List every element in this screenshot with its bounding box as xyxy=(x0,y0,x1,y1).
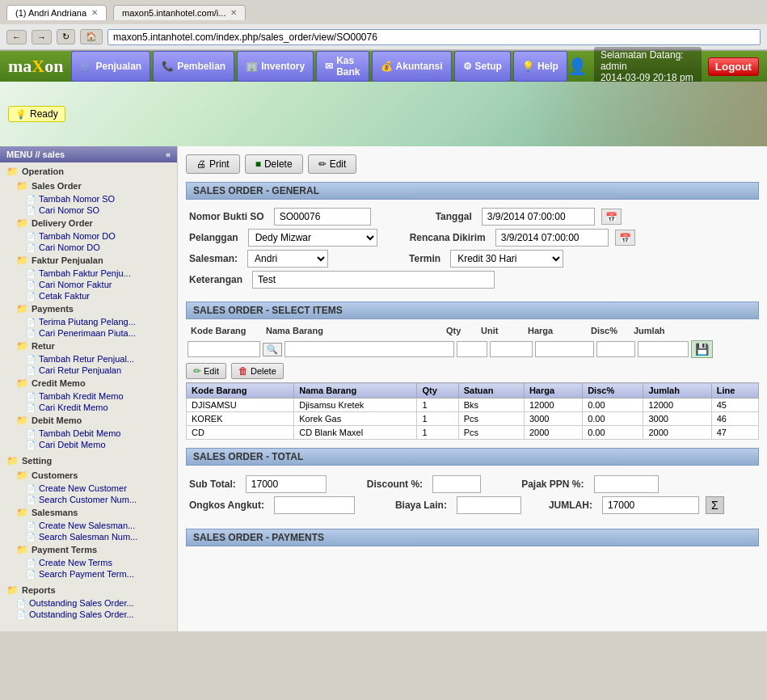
doc-icon-tambah-faktur xyxy=(26,269,36,278)
rencana-calendar-button[interactable] xyxy=(615,230,635,246)
sidebar-subgroup-credit-memo: Credit Memo Tambah Kredit Memo Cari Kred… xyxy=(3,376,174,413)
nama-search-input[interactable] xyxy=(284,341,454,357)
nav-pembelian[interactable]: 📞 Pembelian xyxy=(153,51,234,82)
discount-input[interactable] xyxy=(432,475,481,493)
pajak-input[interactable] xyxy=(594,475,659,493)
sidebar-item-search-salesman[interactable]: Search Salesman Num... xyxy=(23,531,174,542)
biaya-input[interactable] xyxy=(457,496,521,514)
ready-badge: Ready xyxy=(8,106,65,122)
termin-select[interactable]: Kredit 30 Hari xyxy=(450,250,563,268)
edit-button[interactable]: ✏ Edit xyxy=(308,154,357,174)
sidebar-item-cetak-faktur[interactable]: Cetak Faktur xyxy=(23,290,174,302)
sidebar-subgroup-title-retur[interactable]: Retur xyxy=(13,339,174,353)
nav-setup[interactable]: ⚙ Setup xyxy=(454,51,511,82)
keterangan-input[interactable] xyxy=(252,271,495,289)
sidebar-subgroup-title-credit-memo[interactable]: Credit Memo xyxy=(13,376,174,390)
sidebar-subgroup-title-customers[interactable]: Customers xyxy=(13,468,174,483)
sidebar-item-tambah-do[interactable]: Tambah Nomor DO xyxy=(23,230,174,242)
sidebar-header: MENU // sales « xyxy=(0,146,177,162)
form-row-keterangan: Keterangan xyxy=(186,271,759,289)
browser-tab-2[interactable]: maxon5.intanhotel.com/i... ✕ xyxy=(113,5,246,20)
sidebar-item-create-customer[interactable]: Create New Customer xyxy=(23,483,174,494)
sidebar-subgroup-title-debit-memo[interactable]: Debit Memo xyxy=(13,413,174,428)
logout-button[interactable]: Logout xyxy=(708,57,759,76)
print-button[interactable]: 🖨 Print xyxy=(186,154,240,174)
tanggal-calendar-button[interactable] xyxy=(601,209,622,225)
sidebar-group-title-operation[interactable]: Operation xyxy=(3,164,174,179)
nav-penjualan[interactable]: 🛒 Penjualan xyxy=(71,51,150,82)
add-item-save-button[interactable] xyxy=(691,340,713,358)
table-edit-button[interactable]: Edit xyxy=(186,363,226,379)
help-icon: 💡 xyxy=(522,61,534,72)
sidebar-item-outstanding-1[interactable]: Outstanding Sales Order... xyxy=(13,597,174,609)
sidebar-item-cari-faktur[interactable]: Cari Nomor Faktur xyxy=(23,279,174,290)
sidebar-item-create-salesman[interactable]: Create New Salesman... xyxy=(23,520,174,531)
sidebar-item-create-terms[interactable]: Create New Terms xyxy=(23,557,174,568)
table-row[interactable]: DJISAMSUDjisamsu Kretek1Bks120000.001200… xyxy=(187,398,759,412)
sidebar-items-reports: Outstanding Sales Order... Outstanding S… xyxy=(3,597,174,620)
delete-button[interactable]: ■ Delete xyxy=(245,154,303,174)
subtotal-input[interactable] xyxy=(246,475,327,493)
kode-search-input[interactable] xyxy=(188,341,260,357)
table-row[interactable]: CDCD Blank Maxel1Pcs20000.00200047 xyxy=(187,426,759,440)
cell-satuan: Pcs xyxy=(458,412,524,426)
cell-disc: 0.00 xyxy=(583,412,643,426)
sidebar-item-cari-penerimaan[interactable]: Cari Penerimaan Piuta... xyxy=(23,327,174,339)
tanggal-input[interactable] xyxy=(482,208,595,226)
sidebar-item-tambah-kredit[interactable]: Tambah Kredit Memo xyxy=(23,390,174,402)
ongkos-input[interactable] xyxy=(274,496,355,514)
sidebar-item-terima-piutang[interactable]: Terima Piutang Pelang... xyxy=(23,316,174,327)
sidebar-item-outstanding-2[interactable]: Outstanding Sales Order... xyxy=(13,609,174,620)
refresh-button[interactable]: ↻ xyxy=(57,29,75,44)
sidebar-subgroup-title-payment-terms[interactable]: Payment Terms xyxy=(13,542,174,557)
nav-kasbank[interactable]: ✉ Kas Bank xyxy=(316,51,369,82)
sidebar-collapse-button[interactable]: « xyxy=(166,150,171,159)
sidebar-subgroup-title-payments[interactable]: Payments xyxy=(13,302,174,316)
back-button[interactable]: ← xyxy=(6,30,27,44)
sidebar-item-tambah-faktur[interactable]: Tambah Faktur Penju... xyxy=(23,268,174,279)
jumlah-input[interactable] xyxy=(638,341,689,357)
salesman-select[interactable]: Andri xyxy=(247,250,328,268)
sidebar-item-tambah-debit[interactable]: Tambah Debit Memo xyxy=(23,428,174,439)
sidebar-items-credit-memo: Tambah Kredit Memo Cari Kredit Memo xyxy=(13,390,174,413)
sidebar-subgroup-title-salesmans[interactable]: Salesmans xyxy=(13,505,174,520)
doc-icon-cari-debit xyxy=(26,441,36,449)
sidebar-item-cari-kredit[interactable]: Cari Kredit Memo xyxy=(23,402,174,413)
nav-inventory[interactable]: 🏢 Inventory xyxy=(237,51,314,82)
sidebar-subgroup-title-salesorder[interactable]: Sales Order xyxy=(13,179,174,193)
home-button[interactable]: 🏠 xyxy=(80,29,103,44)
sidebar-item-cari-so[interactable]: Cari Nomor SO xyxy=(23,205,174,216)
qty-input[interactable] xyxy=(457,341,487,357)
pelanggan-select[interactable]: Dedy Mizwar xyxy=(248,229,377,247)
sidebar-item-tambah-so[interactable]: Tambah Nomor SO xyxy=(23,193,174,205)
jumlah-input[interactable] xyxy=(602,496,699,514)
sidebar-item-search-terms[interactable]: Search Payment Term... xyxy=(23,568,174,580)
nomor-input[interactable] xyxy=(274,208,371,226)
sidebar-item-cari-do[interactable]: Cari Nomor DO xyxy=(23,242,174,253)
tab-2-close[interactable]: ✕ xyxy=(230,8,237,17)
sidebar-item-tambah-retur[interactable]: Tambah Retur Penjual... xyxy=(23,353,174,365)
sigma-button[interactable]: Σ xyxy=(706,496,724,514)
sidebar-subgroup-title-do[interactable]: Delivery Order xyxy=(13,216,174,230)
address-bar[interactable] xyxy=(107,29,761,45)
table-row[interactable]: KOREKKorek Gas1Pcs30000.00300046 xyxy=(187,412,759,426)
disc-input[interactable] xyxy=(596,341,635,357)
nav-akuntansi[interactable]: 💰 Akuntansi xyxy=(372,51,452,82)
user-avatar-icon: 👤 xyxy=(567,57,588,76)
sidebar-item-cari-debit[interactable]: Cari Debit Memo xyxy=(23,439,174,450)
kode-search-button[interactable] xyxy=(263,343,282,356)
nama-header: Nama Barang xyxy=(263,324,440,337)
nav-help[interactable]: 💡 Help xyxy=(513,51,567,82)
unit-input[interactable] xyxy=(490,341,533,357)
harga-input[interactable] xyxy=(535,341,594,357)
sidebar-item-cari-retur[interactable]: Cari Retur Penjualan xyxy=(23,365,174,376)
browser-tab-1[interactable]: (1) Andri Andriana ✕ xyxy=(6,5,107,20)
sidebar-item-search-customer[interactable]: Search Customer Num... xyxy=(23,494,174,505)
sidebar-subgroup-title-faktur[interactable]: Faktur Penjualan xyxy=(13,253,174,268)
sidebar-group-title-setting[interactable]: Setting xyxy=(3,453,174,468)
tab-1-close[interactable]: ✕ xyxy=(91,8,98,17)
table-delete-button[interactable]: Delete xyxy=(231,363,284,379)
forward-button[interactable]: → xyxy=(32,30,52,44)
rencana-input[interactable] xyxy=(495,229,609,247)
sidebar-group-title-reports[interactable]: Reports xyxy=(3,583,174,597)
